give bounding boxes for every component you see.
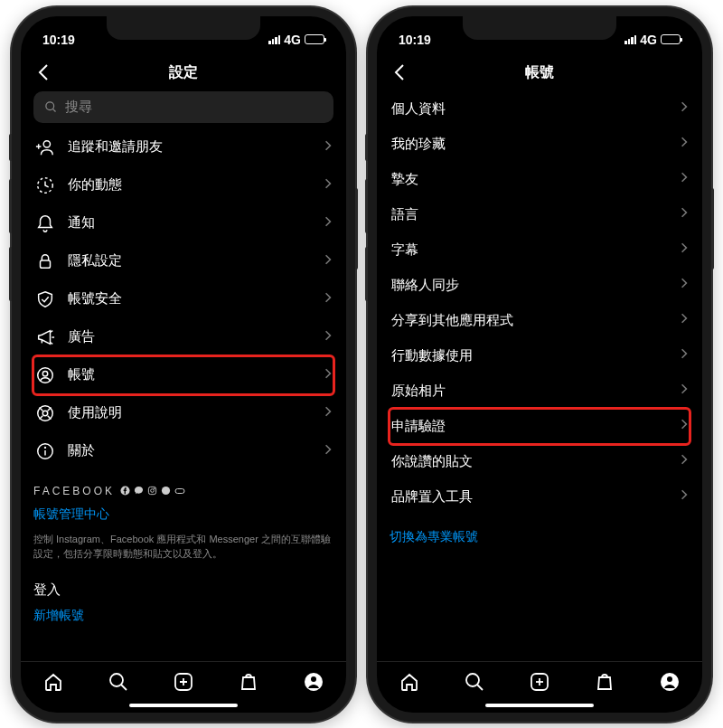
svg-point-10 (42, 411, 48, 416)
menu-mobile-data[interactable]: 行動數據使用 (390, 338, 690, 373)
chevron-right-icon (681, 206, 688, 222)
tab-profile[interactable] (303, 671, 324, 693)
chevron-right-icon (324, 443, 332, 459)
svg-line-25 (121, 685, 127, 690)
menu-account[interactable]: 帳號 (33, 356, 333, 394)
menu-security[interactable]: 帳號安全 (33, 280, 333, 318)
svg-point-20 (151, 489, 155, 493)
menu-label: 你說讚的貼文 (391, 453, 668, 470)
back-button[interactable] (390, 61, 411, 83)
menu-ads[interactable]: 廣告 (33, 318, 333, 356)
tab-home[interactable] (399, 671, 420, 693)
svg-point-30 (311, 676, 316, 682)
menu-branded-content[interactable]: 品牌置入工具 (390, 479, 690, 515)
menu-label: 帳號安全 (68, 290, 312, 307)
menu-close-friends[interactable]: 摯友 (390, 162, 690, 197)
chevron-right-icon (324, 291, 332, 307)
account-content: 個人資料 我的珍藏 摯友 語言 字幕 聯絡人同步 (377, 91, 702, 661)
search-input[interactable]: 搜尋 (33, 91, 333, 123)
tab-search[interactable] (108, 671, 129, 693)
chevron-right-icon (681, 347, 688, 364)
megaphone-icon (35, 327, 55, 347)
header: 帳號 (377, 56, 702, 91)
menu-saved[interactable]: 我的珍藏 (390, 127, 690, 162)
chevron-right-icon (681, 418, 688, 434)
network-label: 4G (284, 33, 301, 47)
svg-point-31 (466, 674, 479, 686)
svg-point-24 (110, 674, 123, 686)
menu-label: 帳號 (68, 366, 312, 383)
facebook-icon (120, 486, 130, 496)
facebook-label: FACEBOOK (33, 485, 115, 497)
menu-label: 關於 (68, 442, 312, 459)
switch-professional-link[interactable]: 切換為專業帳號 (390, 529, 690, 545)
lock-icon (35, 251, 55, 271)
accounts-center-link[interactable]: 帳號管理中心 (33, 506, 333, 523)
menu-personal-info[interactable]: 個人資料 (390, 91, 690, 127)
menu-posts-liked[interactable]: 你說讚的貼文 (390, 444, 690, 479)
menu-contacts-sync[interactable]: 聯絡人同步 (390, 268, 690, 303)
header: 設定 (21, 56, 346, 91)
phone-frame-right: 10:19 4G 帳號 個人資料 我的珍藏 摯友 (368, 7, 711, 722)
menu-privacy[interactable]: 隱私設定 (33, 242, 333, 280)
chevron-right-icon (324, 329, 332, 345)
oculus-icon (174, 487, 185, 495)
shield-icon (35, 289, 55, 309)
chevron-right-icon (681, 241, 688, 258)
menu-activity[interactable]: 你的動態 (33, 166, 333, 204)
menu-label: 個人資料 (391, 100, 668, 118)
page-title: 帳號 (525, 63, 554, 82)
menu-about[interactable]: 關於 (33, 432, 333, 470)
add-friend-icon (35, 137, 55, 157)
tab-home[interactable] (42, 671, 64, 693)
home-indicator[interactable] (129, 704, 238, 707)
tab-shop[interactable] (594, 671, 615, 693)
svg-point-21 (154, 488, 155, 489)
settings-content: 搜尋 追蹤和邀請朋友 你的動態 通知 隱私設定 (21, 91, 346, 661)
add-account-link[interactable]: 新增帳號 (33, 608, 333, 624)
menu-language[interactable]: 語言 (390, 197, 690, 232)
account-icon (35, 365, 55, 385)
facebook-section: FACEBOOK (33, 485, 333, 497)
menu-share-other-apps[interactable]: 分享到其他應用程式 (390, 303, 690, 338)
screen-account: 10:19 4G 帳號 個人資料 我的珍藏 摯友 (377, 16, 702, 713)
tab-add[interactable] (529, 671, 550, 693)
messenger-icon (134, 486, 144, 496)
chevron-right-icon (681, 383, 688, 399)
home-indicator[interactable] (485, 704, 594, 707)
tab-search[interactable] (464, 671, 485, 693)
svg-point-22 (162, 487, 170, 495)
menu-label: 廣告 (68, 328, 312, 345)
menu-original-photos[interactable]: 原始相片 (390, 373, 690, 409)
menu-label: 分享到其他應用程式 (391, 312, 668, 329)
screen-settings: 10:19 4G 設定 搜尋 追蹤和邀請朋友 (21, 16, 346, 713)
instagram-icon (147, 486, 157, 496)
info-icon (35, 441, 55, 461)
tab-shop[interactable] (238, 671, 259, 693)
chevron-right-icon (681, 453, 688, 469)
status-right: 4G (268, 33, 324, 47)
tab-add[interactable] (173, 671, 194, 693)
menu-captions[interactable]: 字幕 (390, 232, 690, 268)
menu-label: 摯友 (391, 171, 668, 188)
svg-point-37 (667, 676, 672, 682)
svg-line-1 (52, 109, 55, 111)
tab-profile[interactable] (659, 671, 681, 693)
chevron-right-icon (681, 136, 688, 152)
login-section-label: 登入 (33, 581, 333, 599)
menu-help[interactable]: 使用說明 (33, 394, 333, 432)
tab-bar (21, 661, 346, 698)
notch (463, 16, 616, 40)
svg-line-13 (40, 415, 43, 419)
activity-icon (35, 175, 55, 195)
menu-label: 原始相片 (391, 383, 668, 400)
search-placeholder: 搜尋 (65, 99, 92, 116)
back-button[interactable] (33, 61, 55, 83)
menu-request-verification[interactable]: 申請驗證 (390, 409, 690, 444)
menu-label: 通知 (68, 214, 312, 232)
menu-label: 聯絡人同步 (391, 277, 668, 294)
chevron-right-icon (681, 488, 688, 505)
page-title: 設定 (169, 63, 198, 82)
menu-follow-invite[interactable]: 追蹤和邀請朋友 (33, 128, 333, 166)
menu-notifications[interactable]: 通知 (33, 204, 333, 242)
